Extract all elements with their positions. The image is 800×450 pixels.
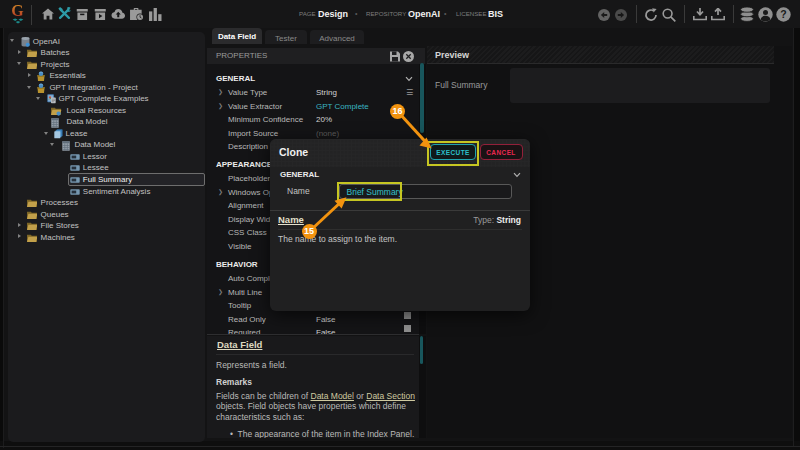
svg-text:?: ? bbox=[780, 8, 786, 20]
